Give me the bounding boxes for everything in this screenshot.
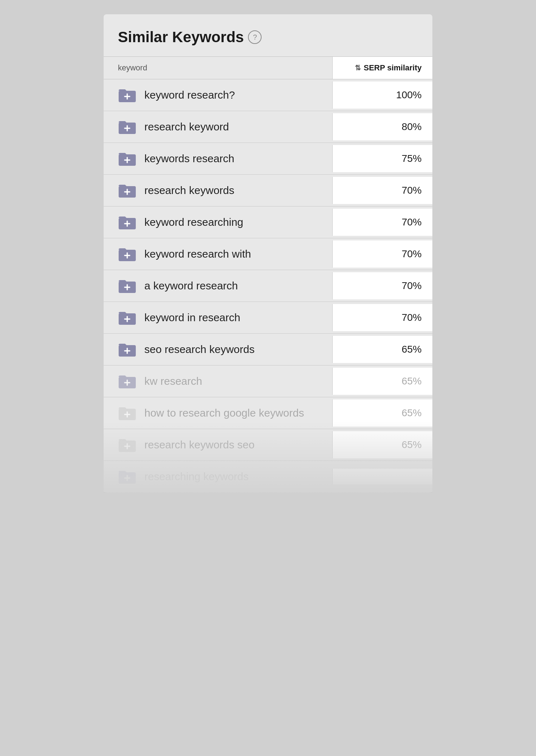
serp-similarity-value: 65% (332, 399, 432, 427)
keyword-text: research keywords seo (144, 439, 254, 451)
folder-add-icon[interactable] (118, 310, 137, 325)
table-row[interactable]: how to research google keywords 65% (104, 397, 432, 429)
keywords-table: keyword ⇅ SERP similarity (104, 56, 432, 493)
keyword-text: kw research (144, 375, 202, 387)
serp-similarity-value: 65% (332, 336, 432, 363)
keyword-text: seo research keywords (144, 343, 254, 355)
folder-add-icon[interactable] (118, 246, 137, 262)
table-body: keyword research? 100% research keyw (104, 79, 432, 493)
keyword-cell: research keywords seo (104, 429, 332, 461)
folder-add-icon[interactable] (118, 469, 137, 484)
folder-add-icon[interactable] (118, 342, 137, 357)
folder-add-icon[interactable] (118, 278, 137, 294)
folder-add-icon[interactable] (118, 373, 137, 389)
keyword-cell: seo research keywords (104, 334, 332, 365)
table-row[interactable]: keyword in research 70% (104, 302, 432, 334)
keyword-text: keyword in research (144, 312, 240, 324)
folder-add-icon[interactable] (118, 151, 137, 166)
keyword-cell: keywords research (104, 143, 332, 174)
keyword-cell: keyword research with (104, 238, 332, 270)
table-row[interactable]: research keywords 70% (104, 175, 432, 207)
keyword-text: research keywords (144, 184, 234, 197)
table-header: keyword ⇅ SERP similarity (104, 56, 432, 79)
serp-similarity-value: 100% (332, 81, 432, 109)
table-row[interactable]: keyword research with 70% (104, 238, 432, 270)
table-row[interactable]: keyword researching 70% (104, 207, 432, 238)
keyword-cell: a keyword research (104, 270, 332, 302)
serp-similarity-value: 70% (332, 240, 432, 268)
serp-similarity-value: 70% (332, 272, 432, 299)
serp-similarity-value (332, 469, 432, 484)
table-row[interactable]: research keywords seo 65% (104, 429, 432, 461)
table-row[interactable]: seo research keywords 65% (104, 334, 432, 365)
table-row[interactable]: researching keywords (104, 461, 432, 493)
table-row[interactable]: keyword research? 100% (104, 79, 432, 111)
keyword-text: a keyword research (144, 280, 238, 292)
keyword-text: keyword research with (144, 248, 251, 260)
serp-column-label: SERP similarity (364, 63, 422, 73)
keyword-cell: how to research google keywords (104, 397, 332, 429)
widget-header: Similar Keywords ? (104, 29, 432, 56)
serp-similarity-value: 70% (332, 209, 432, 236)
keyword-text: researching keywords (144, 471, 249, 483)
keyword-cell: research keywords (104, 175, 332, 206)
serp-similarity-value: 80% (332, 113, 432, 140)
column-header-serp[interactable]: ⇅ SERP similarity (332, 57, 432, 79)
table-row[interactable]: keywords research 75% (104, 143, 432, 175)
folder-add-icon[interactable] (118, 405, 137, 421)
serp-similarity-value: 65% (332, 431, 432, 458)
table-row[interactable]: research keyword 80% (104, 111, 432, 143)
keyword-cell: research keyword (104, 111, 332, 143)
keyword-text: how to research google keywords (144, 407, 304, 419)
serp-similarity-value: 75% (332, 145, 432, 172)
keyword-text: keyword research? (144, 89, 235, 101)
keyword-text: keyword researching (144, 216, 243, 228)
folder-add-icon[interactable] (118, 437, 137, 453)
help-icon[interactable]: ? (248, 30, 262, 44)
folder-add-icon[interactable] (118, 119, 137, 135)
widget-title: Similar Keywords (118, 29, 244, 46)
keyword-cell: keyword researching (104, 207, 332, 238)
folder-add-icon[interactable] (118, 183, 137, 198)
keyword-cell: kw research (104, 365, 332, 397)
table-row[interactable]: a keyword research 70% (104, 270, 432, 302)
serp-similarity-value: 70% (332, 304, 432, 331)
keyword-cell: keyword research? (104, 79, 332, 111)
column-header-keyword: keyword (104, 57, 332, 79)
folder-add-icon[interactable] (118, 87, 137, 103)
similar-keywords-widget: Similar Keywords ? keyword ⇅ SERP simila… (104, 14, 432, 493)
keyword-text: research keyword (144, 121, 229, 133)
table-row[interactable]: kw research 65% (104, 365, 432, 397)
keyword-cell: keyword in research (104, 302, 332, 333)
serp-similarity-value: 70% (332, 177, 432, 204)
keyword-cell: researching keywords (104, 461, 332, 492)
keyword-text: keywords research (144, 153, 234, 165)
sort-icon: ⇅ (355, 64, 361, 72)
folder-add-icon[interactable] (118, 214, 137, 230)
serp-similarity-value: 65% (332, 368, 432, 395)
